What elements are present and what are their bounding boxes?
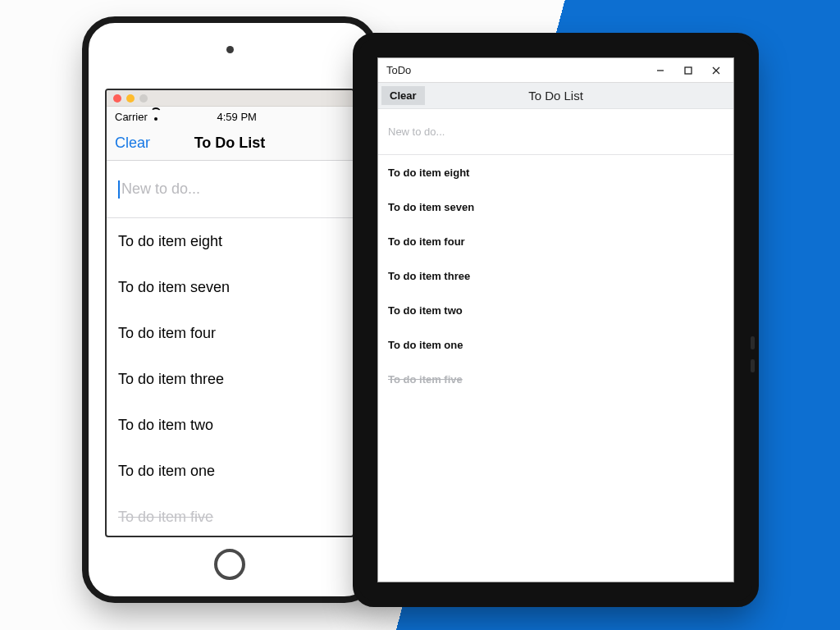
text-caret-icon — [118, 180, 120, 199]
list-item[interactable]: To do item two — [107, 402, 353, 448]
windows-todo-list: To do item eight To do item seven To do … — [378, 155, 733, 582]
list-item[interactable]: To do item five — [378, 362, 733, 396]
device-side-button — [751, 359, 755, 372]
list-item[interactable]: To do item three — [107, 356, 353, 402]
new-todo-input[interactable]: New to do... — [121, 180, 200, 198]
list-item[interactable]: To do item one — [107, 448, 353, 494]
windows-toolbar: Clear To Do List — [378, 83, 733, 109]
ios-screen: Carrier 4:59 PM Clear To Do List New to … — [105, 89, 354, 537]
window-minimize-icon[interactable] — [646, 59, 674, 82]
window-titlebar[interactable]: ToDo — [378, 58, 733, 83]
list-item[interactable]: To do item seven — [378, 189, 733, 224]
window-close-icon[interactable] — [702, 59, 730, 82]
wifi-icon — [150, 112, 162, 121]
ios-status-bar: Carrier 4:59 PM — [107, 107, 353, 126]
svg-rect-1 — [685, 67, 692, 74]
simulator-titlebar — [107, 90, 353, 107]
ipad-device: Carrier 4:59 PM Clear To Do List New to … — [82, 16, 377, 603]
clear-button[interactable]: Clear — [107, 135, 150, 152]
list-item[interactable]: To do item four — [378, 224, 733, 258]
list-item[interactable]: To do item four — [107, 310, 353, 356]
list-item[interactable]: To do item eight — [107, 218, 353, 264]
new-todo-input[interactable] — [388, 126, 724, 138]
ios-navbar: Clear To Do List — [107, 126, 353, 161]
clear-button[interactable]: Clear — [381, 86, 425, 105]
list-item[interactable]: To do item five — [107, 494, 353, 536]
window-title: ToDo — [386, 64, 411, 76]
windows-screen: ToDo Clear To Do List — [377, 57, 734, 582]
device-side-button — [751, 336, 755, 349]
window-maximize-icon[interactable] — [674, 59, 702, 82]
list-item[interactable]: To do item two — [378, 293, 733, 327]
tablet-device: ToDo Clear To Do List — [353, 33, 759, 607]
status-time: 4:59 PM — [217, 111, 256, 123]
list-item[interactable]: To do item eight — [378, 155, 733, 189]
list-item[interactable]: To do item seven — [107, 264, 353, 310]
new-todo-row[interactable] — [378, 109, 733, 155]
traffic-light-minimize-icon[interactable] — [126, 94, 135, 103]
traffic-light-close-icon[interactable] — [113, 94, 121, 103]
list-item[interactable]: To do item three — [378, 258, 733, 293]
device-camera — [226, 46, 234, 53]
traffic-light-zoom-icon[interactable] — [139, 94, 148, 103]
ios-todo-list: To do item eight To do item seven To do … — [107, 218, 353, 536]
new-todo-row[interactable]: New to do... — [107, 161, 353, 218]
home-button[interactable] — [214, 549, 245, 580]
list-item[interactable]: To do item one — [378, 327, 733, 362]
carrier-label: Carrier — [115, 111, 162, 123]
page-title: To Do List — [378, 89, 733, 103]
